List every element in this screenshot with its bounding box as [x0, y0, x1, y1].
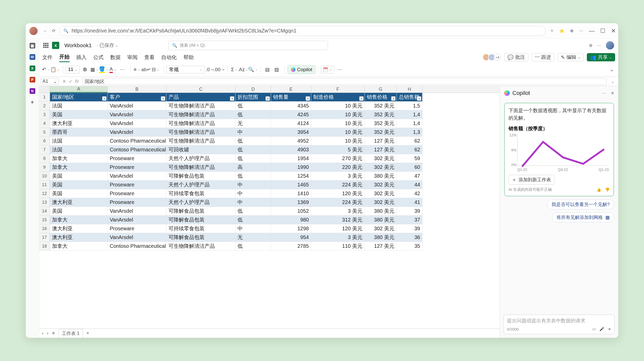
column-header[interactable]: F	[311, 86, 365, 93]
cell[interactable]: 可回收罐	[166, 145, 235, 154]
cell[interactable]: 可降解食品包装	[166, 207, 235, 216]
cell[interactable]: 62	[397, 137, 422, 145]
decimal-increase-button[interactable]: .0→	[206, 66, 214, 73]
analyze-data-button[interactable]: ▨	[273, 66, 281, 73]
undo-button[interactable]: ↶⌄	[42, 66, 49, 73]
cell[interactable]: 220 美元	[311, 163, 365, 172]
tab-group-icon[interactable]: ▦	[30, 43, 35, 48]
sheet-list-icon[interactable]: ≡	[52, 331, 55, 336]
cell[interactable]: 980	[271, 216, 311, 224]
row-header[interactable]: 18	[39, 242, 50, 251]
cell[interactable]: 1369	[271, 198, 311, 207]
paste-button[interactable]: 📋⌄	[51, 66, 59, 73]
cell[interactable]: 中	[235, 198, 271, 207]
cell[interactable]: 120 美元	[311, 224, 365, 233]
cell[interactable]: 36	[397, 233, 422, 242]
sheet-next-icon[interactable]: ›	[47, 331, 48, 336]
save-status[interactable]: · 已保存 ⌄	[97, 42, 118, 49]
book-icon[interactable]: ▭	[592, 327, 596, 331]
row-header[interactable]: 11	[39, 180, 50, 189]
cell[interactable]: 1990	[271, 163, 311, 172]
cell[interactable]: 380 美元	[365, 207, 397, 216]
cell[interactable]: 中	[235, 189, 271, 198]
cell[interactable]: 1,4	[397, 119, 422, 128]
cell[interactable]: 1,4	[397, 110, 422, 119]
cell[interactable]: 高	[235, 163, 271, 172]
back-icon[interactable]: ←	[43, 29, 47, 33]
select-all-corner[interactable]	[39, 86, 50, 93]
wrap-text-button[interactable]: ab↵	[142, 66, 150, 73]
cell[interactable]: 62	[397, 145, 422, 154]
cell[interactable]: Contoso Pharmaceuticals	[108, 145, 166, 154]
cell[interactable]: 加拿大	[50, 154, 108, 163]
cell[interactable]: 1410	[271, 189, 311, 198]
number-format-select[interactable]: 常规⌄	[166, 66, 205, 73]
cell[interactable]: 可生物降解清洁产品	[166, 110, 235, 119]
cell[interactable]: 可降解食品包装	[166, 172, 235, 180]
column-header[interactable]: A	[50, 86, 108, 93]
cell[interactable]: VanArsdel	[108, 216, 166, 224]
cell[interactable]: 1,5	[397, 102, 422, 110]
row-header[interactable]: 13	[39, 198, 50, 207]
cell[interactable]: 中	[235, 128, 271, 137]
row-header[interactable]: 16	[39, 224, 50, 233]
favorite-icon[interactable]: ✧	[550, 28, 554, 33]
cell[interactable]: 110 美元	[311, 242, 365, 251]
cell[interactable]: 美国	[50, 189, 108, 198]
cell[interactable]: VanArsdel	[108, 102, 166, 110]
cell[interactable]: 352 美元	[365, 102, 397, 110]
table-header-cell[interactable]: 国家/地区▾	[50, 93, 108, 102]
cell[interactable]: 3 美元	[311, 233, 365, 242]
cell[interactable]: 低	[235, 110, 271, 119]
sheet-prev-icon[interactable]: ‹	[42, 331, 43, 336]
cell[interactable]: 127 美元	[365, 242, 397, 251]
row-header[interactable]: 15	[39, 216, 50, 224]
cell[interactable]: 1954	[271, 154, 311, 163]
add-sheet-icon[interactable]: +	[87, 331, 89, 336]
cell[interactable]: 1254	[271, 172, 311, 180]
cell[interactable]: VanArsdel	[108, 119, 166, 128]
cell[interactable]: 中	[235, 180, 271, 189]
copilot-suggestion[interactable]: 将所有见解添加到网格▦	[552, 212, 614, 222]
more-ribbon-button[interactable]: ⋯	[336, 66, 343, 73]
cell[interactable]: 低	[235, 216, 271, 224]
filter-icon[interactable]: ▾	[359, 96, 363, 101]
cell[interactable]: VanArsdel	[108, 128, 166, 137]
table-header-cell[interactable]: 产品▾	[166, 93, 235, 102]
cell[interactable]: 墨西哥	[50, 128, 108, 137]
cell[interactable]: 无	[235, 233, 271, 242]
cell[interactable]: Proseware	[108, 198, 166, 207]
column-header[interactable]: H	[397, 86, 422, 93]
cell[interactable]: Contoso Pharmaceuticals	[108, 242, 166, 251]
cell[interactable]: 3 美元	[311, 207, 365, 216]
cell[interactable]: 澳大利亚	[50, 119, 108, 128]
cell[interactable]: 302 美元	[365, 198, 397, 207]
cell[interactable]: 无	[235, 119, 271, 128]
filter-icon[interactable]: ▾	[102, 96, 106, 101]
cell[interactable]: Proseware	[108, 163, 166, 172]
cell[interactable]: 47	[397, 172, 422, 180]
row-header[interactable]: 10	[39, 172, 50, 180]
cell[interactable]: 39	[397, 224, 422, 233]
minimize-icon[interactable]: —	[589, 28, 595, 34]
cell[interactable]: 低	[235, 102, 271, 110]
find-button[interactable]: 🔍⌄	[249, 66, 257, 73]
column-header[interactable]: D	[235, 86, 271, 93]
profile-avatar[interactable]	[29, 27, 38, 35]
cell[interactable]: 302 美元	[365, 154, 397, 163]
decimal-decrease-button[interactable]: .00→	[216, 66, 223, 73]
cell[interactable]: 10 美元	[311, 110, 365, 119]
cell[interactable]: 2785	[271, 242, 311, 251]
cell[interactable]: Contoso Pharmaceuticals	[108, 137, 166, 145]
expand-formula-icon[interactable]: ⌄	[611, 79, 615, 84]
cell[interactable]: 1465	[271, 180, 311, 189]
cell[interactable]: 302 美元	[365, 180, 397, 189]
cell[interactable]: 41	[397, 198, 422, 207]
cell[interactable]: 127 美元	[365, 137, 397, 145]
tab-formulas[interactable]: 公式	[93, 53, 104, 62]
row-header[interactable]: 1	[39, 93, 50, 102]
cell[interactable]: 美国	[50, 172, 108, 180]
cell[interactable]: Proseware	[108, 154, 166, 163]
row-header[interactable]: 14	[39, 207, 50, 216]
presence-avatars[interactable]: +4	[484, 54, 501, 61]
